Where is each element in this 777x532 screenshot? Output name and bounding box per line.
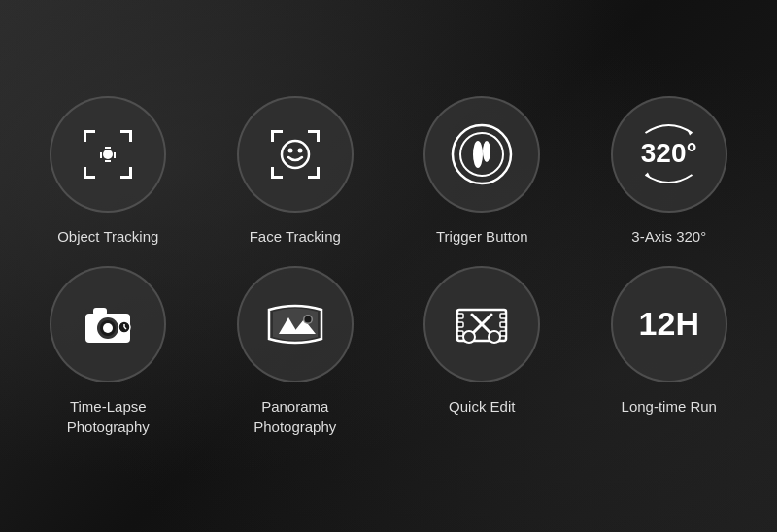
svg-point-8 xyxy=(103,150,113,159)
rotation-arc-bottom-icon xyxy=(632,171,705,186)
object-tracking-icon-circle xyxy=(50,96,166,213)
trigger-button-icon-circle xyxy=(423,96,540,213)
feature-3axis: 320° 3-Axis 320° xyxy=(581,96,759,247)
longtime-text: 12H xyxy=(639,305,699,343)
rotation-arc-icon xyxy=(632,121,705,137)
svg-rect-11 xyxy=(100,152,102,158)
feature-object-tracking: Object Tracking xyxy=(19,96,197,247)
svg-point-34 xyxy=(103,323,113,333)
svg-rect-45 xyxy=(457,331,463,336)
svg-rect-10 xyxy=(105,160,111,162)
svg-rect-9 xyxy=(105,147,111,149)
svg-rect-44 xyxy=(457,322,463,327)
feature-panorama: Panorama Photography xyxy=(207,266,385,437)
svg-point-22 xyxy=(287,148,292,152)
quick-edit-icon-circle xyxy=(423,266,540,382)
quick-edit-label: Quick Edit xyxy=(449,396,515,416)
svg-rect-12 xyxy=(114,152,116,158)
timelapse-label: Time-Lapse Photography xyxy=(67,396,150,437)
timelapse-icon xyxy=(74,290,142,358)
svg-rect-48 xyxy=(500,331,506,336)
3axis-text: 320° xyxy=(641,139,697,169)
trigger-button-icon xyxy=(448,120,516,188)
svg-rect-31 xyxy=(93,308,107,316)
svg-rect-16 xyxy=(317,130,320,142)
svg-rect-18 xyxy=(271,167,274,179)
svg-point-41 xyxy=(304,316,311,322)
svg-rect-5 xyxy=(84,167,86,179)
features-grid: Object Tracking Fa xyxy=(0,67,777,466)
svg-rect-3 xyxy=(129,130,132,142)
feature-quick-edit: Quick Edit xyxy=(393,266,571,437)
svg-rect-7 xyxy=(129,167,132,179)
3axis-icon-circle: 320° xyxy=(611,96,727,213)
longtime-icon-circle: 12H xyxy=(611,266,727,382)
svg-rect-47 xyxy=(500,322,506,327)
svg-point-51 xyxy=(463,331,475,343)
feature-timelapse: Time-Lapse Photography xyxy=(19,266,197,437)
feature-longtime-run: 12H Long-time Run xyxy=(581,266,759,437)
feature-trigger-button: Trigger Button xyxy=(393,96,571,247)
quick-edit-icon xyxy=(448,290,516,358)
feature-face-tracking: Face Tracking xyxy=(207,96,385,247)
panorama-label: Panorama Photography xyxy=(253,396,336,437)
svg-rect-43 xyxy=(457,314,463,318)
svg-rect-46 xyxy=(500,314,506,318)
svg-point-52 xyxy=(489,331,500,343)
trigger-button-label: Trigger Button xyxy=(436,226,528,247)
object-tracking-icon xyxy=(74,120,142,188)
svg-point-26 xyxy=(473,141,483,168)
svg-rect-1 xyxy=(84,130,86,142)
svg-point-23 xyxy=(297,148,302,152)
object-tracking-label: Object Tracking xyxy=(57,226,158,247)
face-tracking-icon xyxy=(261,120,329,188)
svg-point-27 xyxy=(483,141,490,162)
longtime-run-label: Long-time Run xyxy=(622,396,717,416)
panorama-icon xyxy=(261,290,329,358)
face-tracking-icon-circle xyxy=(237,96,354,213)
panorama-icon-circle xyxy=(237,266,354,382)
3axis-label: 3-Axis 320° xyxy=(631,226,706,247)
svg-rect-14 xyxy=(271,130,274,142)
timelapse-icon-circle xyxy=(50,266,166,382)
svg-rect-20 xyxy=(317,167,320,179)
svg-point-21 xyxy=(282,141,309,168)
face-tracking-label: Face Tracking xyxy=(250,226,341,247)
